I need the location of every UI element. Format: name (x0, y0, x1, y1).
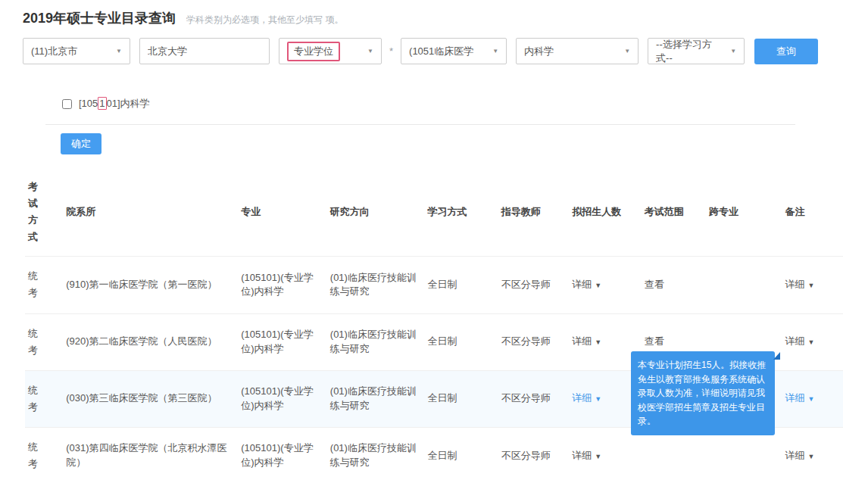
major-cell: (105101)(专业学位)内科学 (238, 370, 327, 427)
filter-bar: (11)北京市 ▼ 专业学位 ▼ * (1051临床医学 ▼ 内科学 ▼ --选… (23, 38, 845, 64)
page-subtitle: 学科类别为必选项，其他至少填写 项。 (186, 14, 343, 26)
caret-down-icon: ▼ (595, 453, 601, 460)
mode-cell: 全日制 (424, 427, 498, 480)
major-cell: (105101)(专业学位)内科学 (238, 427, 327, 480)
highlighted-digit: 1 (98, 97, 106, 110)
tooltip-arrow-icon (773, 352, 780, 360)
university-input[interactable] (139, 38, 270, 64)
chevron-down-icon: ▼ (624, 48, 630, 55)
study-mode-select-value: --选择学习方式-- (656, 38, 724, 65)
remarks-detail-link[interactable]: 详细▼ (785, 335, 815, 347)
caret-down-icon: ▼ (808, 395, 815, 403)
major-checkbox-row: [105101]内科学 (62, 97, 150, 111)
header-tutor: 指导教师 (498, 168, 569, 257)
enrollment-detail-link[interactable]: 详细▼ (572, 392, 601, 404)
caret-down-icon: ▼ (595, 395, 601, 403)
major-cell: (105101)(专业学位)内科学 (238, 313, 327, 370)
enrollment-detail-link[interactable]: 详细▼ (572, 279, 601, 290)
enrollment-detail-link[interactable]: 详细▼ (572, 450, 601, 461)
chevron-down-icon: ▼ (730, 48, 736, 55)
header-exam-method: 考试方式 (25, 168, 63, 257)
header-remarks: 备注 (782, 168, 843, 257)
major-select[interactable]: 内科学 ▼ (516, 38, 639, 64)
degree-type-select[interactable]: 专业学位 ▼ (279, 38, 382, 64)
direction-cell: (01)临床医疗技能训练与研究 (327, 313, 425, 370)
remarks-detail-link[interactable]: 详细▼ (785, 392, 815, 404)
header-enrollment: 拟招生人数 (569, 168, 641, 257)
remarks-detail-link[interactable]: 详细▼ (785, 279, 815, 290)
remarks-detail-link[interactable]: 详细▼ (785, 450, 815, 461)
header-exam-scope: 考试范围 (642, 168, 706, 257)
header-research-direction: 研究方向 (327, 168, 425, 257)
table-header-row: 考试方式 院系所 专业 研究方向 学习方式 指导教师 拟招生人数 考试范围 跨专… (25, 168, 843, 257)
caret-down-icon: ▼ (595, 338, 601, 346)
major-checkbox-label: [105101]内科学 (79, 97, 150, 111)
tutor-cell: 不区分导师 (498, 370, 569, 427)
province-select[interactable]: (11)北京市 ▼ (23, 38, 130, 64)
province-select-value: (11)北京市 (31, 45, 77, 58)
caret-down-icon: ▼ (808, 453, 815, 460)
chevron-down-icon: ▼ (367, 48, 373, 55)
discipline-select[interactable]: (1051临床医学 ▼ (401, 38, 507, 64)
page-title: 2019年硕士专业目录查询 (23, 9, 176, 27)
header-major: 专业 (238, 168, 327, 257)
department-cell: (030)第三临床医学院（第三医院） (63, 370, 238, 427)
discipline-select-value: (1051临床医学 (409, 45, 473, 58)
department-cell: (910)第一临床医学院（第一医院） (63, 257, 238, 313)
page: 2019年硕士专业目录查询 学科类别为必选项，其他至少填写 项。 (11)北京市… (0, 0, 868, 480)
caret-down-icon: ▼ (595, 282, 601, 289)
mode-cell: 全日制 (424, 370, 498, 427)
header-study-mode: 学习方式 (424, 168, 498, 257)
title-row: 2019年硕士专业目录查询 学科类别为必选项，其他至少填写 项。 (23, 9, 343, 27)
major-checkbox[interactable] (62, 99, 72, 109)
caret-down-icon: ▼ (808, 338, 815, 346)
table-row: 统考 (910)第一临床医学院（第一医院） (105101)(专业学位)内科学 … (25, 257, 843, 313)
direction-cell: (01)临床医疗技能训练与研究 (327, 427, 425, 480)
major-select-value: 内科学 (524, 45, 554, 58)
chevron-down-icon: ▼ (492, 48, 498, 55)
direction-cell: (01)临床医疗技能训练与研究 (327, 257, 425, 313)
confirm-button[interactable]: 确定 (61, 133, 101, 154)
direction-cell: (01)临床医疗技能训练与研究 (327, 370, 425, 427)
tutor-cell: 不区分导师 (498, 257, 569, 313)
department-cell: (920)第二临床医学院（人民医院） (63, 313, 238, 370)
mode-cell: 全日制 (424, 257, 498, 313)
study-mode-select[interactable]: --选择学习方式-- ▼ (648, 38, 745, 64)
degree-type-select-value: 专业学位 (287, 42, 340, 61)
cross-major-cell (706, 257, 782, 313)
chevron-down-icon: ▼ (116, 48, 122, 55)
divider (45, 124, 795, 125)
mode-cell: 全日制 (424, 313, 498, 370)
query-button[interactable]: 查询 (754, 39, 818, 64)
header-department: 院系所 (63, 168, 238, 257)
tutor-cell: 不区分导师 (498, 427, 569, 480)
required-mark: * (389, 45, 393, 57)
exam-scope-view-link[interactable]: 查看 (645, 279, 664, 290)
enrollment-tooltip: 本专业计划招生15人。拟接收推免生以教育部推免服务系统确认录取人数为准，详细说明… (631, 351, 775, 435)
tutor-cell: 不区分导师 (498, 313, 569, 370)
major-cell: (105101)(专业学位)内科学 (238, 257, 327, 313)
exam-scope-view-link[interactable]: 查看 (645, 335, 664, 347)
department-cell: (031)第四临床医学院（北京积水潭医院） (63, 427, 238, 480)
enrollment-detail-link[interactable]: 详细▼ (572, 335, 601, 347)
caret-down-icon: ▼ (808, 282, 815, 289)
tooltip-text: 本专业计划招生15人。拟接收推免生以教育部推免服务系统确认录取人数为准，详细说明… (638, 360, 766, 426)
header-cross-major: 跨专业 (706, 168, 782, 257)
